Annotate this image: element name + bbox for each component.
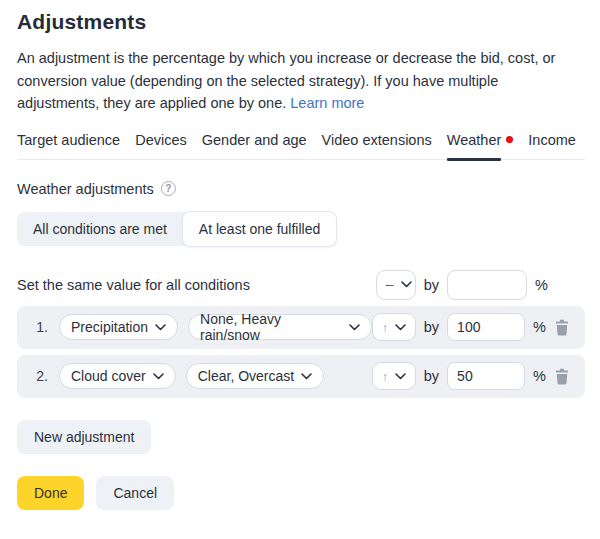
adjustments-panel: Adjustments An adjustment is the percent… xyxy=(0,0,600,510)
parameter-select[interactable]: Precipitation xyxy=(59,314,178,340)
trash-icon xyxy=(554,319,570,336)
percent-label: % xyxy=(533,368,546,384)
bulk-row-label: Set the same value for all conditions xyxy=(17,277,376,293)
footer-actions: Done Cancel xyxy=(17,476,585,510)
cancel-button[interactable]: Cancel xyxy=(96,476,174,510)
description-body: An adjustment is the percentage by which… xyxy=(17,50,555,111)
weather-section-heading: Weather adjustments ? xyxy=(17,181,585,197)
bulk-value-row: Set the same value for all conditions – … xyxy=(17,270,585,300)
chevron-down-icon xyxy=(395,373,406,380)
tab-target-audience[interactable]: Target audience xyxy=(17,132,120,159)
row-condition-controls: Precipitation None, Heavy rain/snow xyxy=(59,314,372,340)
tab-video-extensions[interactable]: Video extensions xyxy=(322,132,432,159)
chevron-down-icon xyxy=(401,281,412,288)
value-field xyxy=(447,362,525,390)
adjustment-row-1: 1. Precipitation None, Heavy rain/snow ↑… xyxy=(17,306,585,349)
segment-all-conditions[interactable]: All conditions are met xyxy=(17,212,183,246)
tab-label: Target audience xyxy=(17,132,120,148)
bulk-value-input[interactable] xyxy=(457,277,517,293)
tab-label: Devices xyxy=(135,132,187,148)
tab-devices[interactable]: Devices xyxy=(135,132,187,159)
page-title: Adjustments xyxy=(17,10,585,34)
direction-select[interactable]: ↑ xyxy=(372,313,416,341)
condition-values: None, Heavy rain/snow xyxy=(200,311,342,343)
percent-label: % xyxy=(535,277,548,293)
by-label: by xyxy=(424,368,439,384)
parameter-value: Cloud cover xyxy=(71,368,146,384)
adjustment-row-2: 2. Cloud cover Clear, Overcast ↑ by % xyxy=(17,355,585,398)
tab-label: Video extensions xyxy=(322,132,432,148)
value-input[interactable] xyxy=(457,368,515,384)
row-condition-controls: Cloud cover Clear, Overcast xyxy=(59,363,372,389)
tab-label: Weather xyxy=(447,132,502,148)
bulk-direction-select[interactable]: – xyxy=(376,270,416,300)
condition-values-select[interactable]: None, Heavy rain/snow xyxy=(188,314,372,340)
notification-dot-icon xyxy=(506,136,513,143)
tab-weather[interactable]: Weather xyxy=(447,132,514,159)
tab-income[interactable]: Income xyxy=(528,132,576,159)
row-value-controls: ↑ by % xyxy=(372,313,571,341)
done-button[interactable]: Done xyxy=(17,476,84,510)
condition-values-select[interactable]: Clear, Overcast xyxy=(186,363,324,389)
delete-row-button[interactable] xyxy=(554,367,571,385)
tab-label: Income xyxy=(528,132,576,148)
direction-select[interactable]: ↑ xyxy=(372,362,416,390)
chevron-down-icon xyxy=(349,324,360,331)
row-value-controls: ↑ by % xyxy=(372,362,571,390)
chevron-down-icon xyxy=(395,324,406,331)
section-title: Weather adjustments xyxy=(17,181,154,197)
value-input[interactable] xyxy=(457,319,515,335)
row-index: 1. xyxy=(26,319,48,335)
learn-more-link[interactable]: Learn more xyxy=(290,95,364,111)
direction-value: – xyxy=(386,276,394,292)
condition-mode-toggle: All conditions are met At least one fulf… xyxy=(17,212,336,246)
direction-up-icon: ↑ xyxy=(382,320,389,335)
bulk-value-field xyxy=(447,270,527,300)
parameter-select[interactable]: Cloud cover xyxy=(59,363,176,389)
segment-at-least-one[interactable]: At least one fulfilled xyxy=(182,211,337,247)
by-label: by xyxy=(424,319,439,335)
trash-icon xyxy=(554,368,570,385)
value-field xyxy=(447,313,525,341)
delete-row-button[interactable] xyxy=(554,318,571,336)
percent-label: % xyxy=(533,319,546,335)
description-text: An adjustment is the percentage by which… xyxy=(17,47,583,115)
direction-up-icon: ↑ xyxy=(382,369,389,384)
parameter-value: Precipitation xyxy=(71,319,148,335)
chevron-down-icon xyxy=(153,373,164,380)
help-icon[interactable]: ? xyxy=(161,181,176,196)
bulk-row-controls: – by % xyxy=(376,270,548,300)
row-index: 2. xyxy=(26,368,48,384)
tab-label: Gender and age xyxy=(202,132,307,148)
chevron-down-icon xyxy=(155,324,166,331)
tab-bar: Target audience Devices Gender and age V… xyxy=(17,132,585,160)
by-label: by xyxy=(424,277,439,293)
new-adjustment-button[interactable]: New adjustment xyxy=(17,420,151,454)
condition-values: Clear, Overcast xyxy=(198,368,294,384)
tab-gender-and-age[interactable]: Gender and age xyxy=(202,132,307,159)
chevron-down-icon xyxy=(301,373,312,380)
